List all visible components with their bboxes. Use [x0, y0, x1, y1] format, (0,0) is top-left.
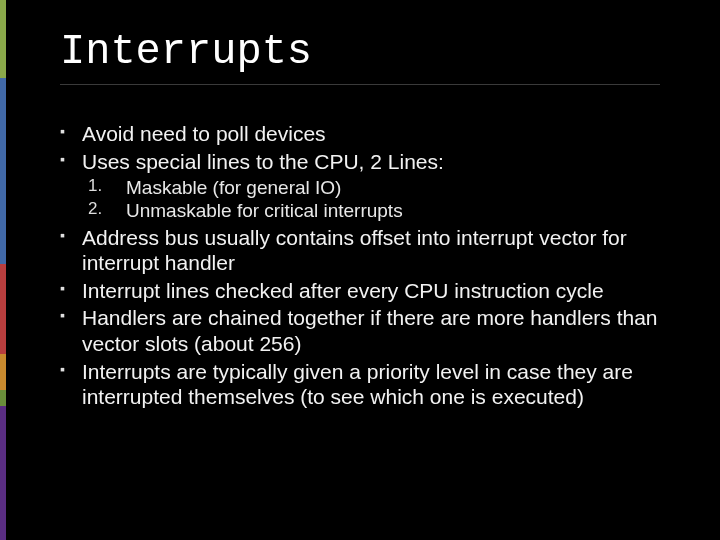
bullet-text: Uses special lines to the CPU, 2 Lines: [82, 150, 444, 173]
sub-list: 1. Maskable (for general IO) 2. Unmaskab… [82, 176, 660, 222]
sub-text: Maskable (for general IO) [126, 177, 341, 198]
bullet-item: Avoid need to poll devices [82, 121, 660, 147]
sub-number: 2. [88, 199, 102, 220]
sub-item: 2. Unmaskable for critical interrupts [126, 199, 660, 222]
bullet-list: Avoid need to poll devices Uses special … [60, 121, 660, 410]
bullet-item: Address bus usually contains offset into… [82, 225, 660, 276]
bullet-item: Uses special lines to the CPU, 2 Lines: … [82, 149, 660, 223]
sub-item: 1. Maskable (for general IO) [126, 176, 660, 199]
slide: Interrupts Avoid need to poll devices Us… [0, 0, 720, 540]
divider [60, 84, 660, 85]
slide-title: Interrupts [60, 28, 660, 76]
bullet-item: Interrupt lines checked after every CPU … [82, 278, 660, 304]
sub-number: 1. [88, 176, 102, 197]
sub-text: Unmaskable for critical interrupts [126, 200, 403, 221]
bullet-item: Interrupts are typically given a priorit… [82, 359, 660, 410]
bullet-item: Handlers are chained together if there a… [82, 305, 660, 356]
